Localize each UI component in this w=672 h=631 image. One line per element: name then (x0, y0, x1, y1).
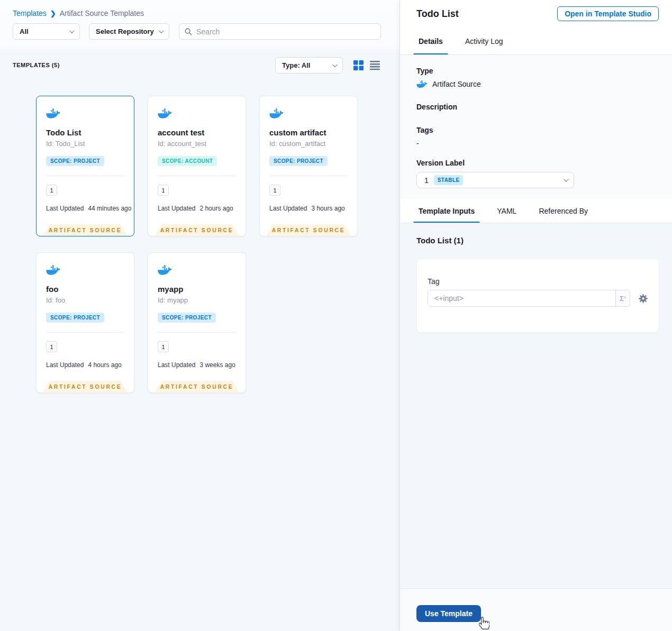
artifact-source-ribbon: ARTIFACT SOURCE (43, 224, 128, 236)
expression-icon[interactable]: Σx (615, 290, 630, 306)
details-tabbar: Details Activity Log (400, 28, 672, 55)
repository-filter-select[interactable]: Select Repository (89, 23, 169, 40)
tab-referenced-by[interactable]: Referenced By (537, 199, 590, 223)
card-title: custom artifact (269, 128, 326, 137)
breadcrumb: Templates ❯ Artifact Source Templates (13, 9, 144, 17)
template-type-select[interactable]: Type: All (275, 57, 343, 74)
card-id: Id: account_test (158, 140, 206, 148)
last-updated: Last Updated3 weeks ago (158, 361, 235, 369)
docker-icon (46, 264, 60, 276)
chevron-down-icon (332, 62, 338, 67)
stable-badge: STABLE (434, 175, 464, 185)
templates-count-label: TEMPLATES (5) (13, 62, 60, 68)
inputs-title: Todo List (1) (416, 236, 659, 245)
repository-filter-value: Select Repository (96, 28, 154, 35)
card-title: myapp (158, 285, 183, 294)
tab-template-inputs[interactable]: Template Inputs (416, 199, 477, 223)
type-filter-select[interactable]: All (13, 23, 80, 40)
template-card-todo-list[interactable]: Todo List Id: Todo_List SCOPE: PROJECT 1… (36, 96, 134, 236)
artifact-source-ribbon: ARTIFACT SOURCE (155, 381, 239, 392)
docker-icon (46, 108, 60, 119)
template-card-myapp[interactable]: myapp Id: myapp SCOPE: PROJECT 1 Last Up… (148, 252, 246, 393)
panel-title: Todo List (416, 8, 459, 20)
card-id: Id: custom_artifact (269, 140, 325, 148)
template-inputs-card: Tag Σx (416, 259, 659, 333)
scope-badge: SCOPE: PROJECT (269, 156, 328, 166)
type-value: Artifact Source (432, 80, 481, 88)
scope-badge: SCOPE: PROJECT (46, 156, 104, 166)
scope-badge: SCOPE: PROJECT (158, 313, 216, 323)
tags-value: - (416, 139, 656, 148)
tag-input-wrap: Σx (428, 290, 630, 307)
breadcrumb-chevron-icon: ❯ (50, 10, 56, 17)
card-title: account test (158, 128, 204, 137)
list-view-icon[interactable] (370, 60, 380, 70)
description-label: Description (416, 103, 656, 111)
docker-icon (158, 108, 172, 119)
breadcrumb-templates-link[interactable]: Templates (13, 9, 47, 17)
version-label: Version Label (416, 159, 656, 167)
inputs-tabbar: Template Inputs YAML Referenced By (400, 199, 672, 223)
chevron-down-icon (564, 177, 569, 182)
card-id: Id: foo (46, 296, 65, 304)
version-count-chip: 1 (158, 185, 169, 196)
tag-input[interactable] (428, 290, 615, 306)
version-count-chip: 1 (269, 185, 280, 196)
last-updated: Last Updated44 minutes ago (46, 205, 131, 212)
divider (158, 332, 236, 333)
template-card-custom-artifact[interactable]: custom artifact Id: custom_artifact SCOP… (259, 96, 358, 236)
details-section: Type Artifact Source Description Tags - … (400, 55, 672, 199)
divider (46, 176, 124, 176)
tab-details[interactable]: Details (416, 28, 445, 54)
open-in-template-studio-button[interactable]: Open in Template Studio (557, 6, 659, 21)
search-input[interactable] (196, 28, 375, 36)
scope-badge: SCOPE: PROJECT (46, 313, 104, 323)
template-details-panel: Todo List Open in Template Studio Detail… (399, 0, 672, 631)
tab-activity-log[interactable]: Activity Log (463, 28, 505, 54)
version-count-chip: 1 (46, 185, 57, 196)
divider (46, 332, 124, 333)
docker-icon (416, 80, 428, 88)
card-title: foo (46, 285, 58, 294)
details-header: Todo List Open in Template Studio (400, 0, 672, 28)
type-label: Type (416, 67, 656, 75)
search-icon (185, 28, 192, 35)
card-title: Todo List (46, 128, 81, 137)
templates-grid: Todo List Id: Todo_List SCOPE: PROJECT 1… (36, 96, 375, 393)
template-inputs-section: Todo List (1) Tag Σx (400, 223, 672, 588)
version-select[interactable]: 1 STABLE (416, 172, 574, 188)
tab-yaml[interactable]: YAML (495, 199, 519, 223)
last-updated: Last Updated2 hours ago (158, 205, 233, 212)
scope-badge: SCOPE: ACCOUNT (158, 156, 217, 166)
card-id: Id: myapp (158, 296, 188, 304)
artifact-source-ribbon: ARTIFACT SOURCE (155, 224, 239, 236)
version-count-chip: 1 (158, 341, 169, 352)
template-type-value: Type: All (282, 61, 310, 69)
template-card-account-test[interactable]: account test Id: account_test SCOPE: ACC… (148, 96, 246, 236)
tag-label: Tag (428, 277, 648, 286)
version-value: 1 (424, 176, 429, 185)
docker-icon (269, 108, 284, 119)
tags-label: Tags (416, 126, 656, 134)
panel-footer: Use Template (400, 588, 672, 631)
template-card-foo[interactable]: foo Id: foo SCOPE: PROJECT 1 Last Update… (36, 252, 134, 393)
artifact-source-ribbon: ARTIFACT SOURCE (266, 224, 351, 236)
type-value-row: Artifact Source (416, 80, 656, 88)
artifact-source-ribbon: ARTIFACT SOURCE (43, 381, 128, 392)
divider (269, 176, 348, 176)
type-filter-value: All (20, 28, 29, 35)
chevron-down-icon (69, 28, 75, 33)
last-updated: Last Updated3 hours ago (269, 205, 345, 212)
tag-input-row: Σx (428, 290, 648, 307)
breadcrumb-current: Artifact Source Templates (60, 9, 144, 17)
use-template-button[interactable]: Use Template (416, 605, 481, 622)
version-count-chip: 1 (46, 341, 57, 352)
settings-gear-icon[interactable] (638, 294, 648, 304)
grid-view-icon[interactable] (353, 60, 364, 70)
last-updated: Last Updated4 hours ago (46, 361, 122, 369)
divider (158, 176, 236, 176)
templates-list-panel: Templates ❯ Artifact Source Templates Al… (0, 0, 399, 631)
chevron-down-icon (159, 28, 164, 33)
docker-icon (158, 264, 172, 276)
card-id: Id: Todo_List (46, 140, 85, 148)
